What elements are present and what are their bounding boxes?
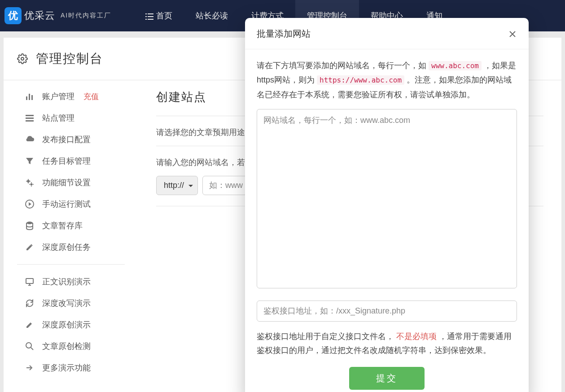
svg-point-13: [27, 180, 30, 183]
sidebar-item-publish[interactable]: 发布接口配置: [4, 129, 138, 150]
submit-row: 提交: [257, 367, 517, 390]
list-icon: [25, 113, 34, 122]
sidebar-item-bodydemo[interactable]: 正文识别演示: [4, 271, 138, 292]
nav-mustread[interactable]: 站长必读: [184, 0, 240, 31]
search-icon: [25, 342, 34, 351]
svg-point-6: [21, 57, 24, 60]
hint-text: 鉴权接口地址用于自定义接口文件名，: [257, 332, 394, 341]
svg-rect-8: [29, 94, 30, 100]
svg-rect-5: [148, 19, 153, 20]
svg-rect-7: [26, 96, 27, 100]
auth-hint: 鉴权接口地址用于自定义接口文件名， 不是必填项 ，通常用于需要通用鉴权接口的用户…: [257, 330, 517, 358]
instruction-text: 请在下方填写要添加的网站域名，每行一个，如: [257, 61, 429, 70]
sidebar-separator: [17, 264, 125, 265]
example-https: https://www.abc.com: [317, 75, 404, 85]
sidebar-item-label: 任务目标管理: [42, 156, 91, 166]
brand[interactable]: 优 优采云 AI时代内容工厂: [4, 7, 111, 24]
svg-rect-9: [31, 95, 33, 100]
brand-name: 优采云: [24, 9, 55, 22]
database-icon: [25, 221, 34, 230]
cogs-icon: [25, 178, 34, 187]
sidebar-item-settings[interactable]: 功能细节设置: [4, 172, 138, 193]
svg-rect-3: [148, 16, 153, 17]
sidebar-item-label: 文章原创检测: [42, 341, 91, 352]
sidebar-item-targets[interactable]: 任务目标管理: [4, 150, 138, 172]
auth-url-input[interactable]: [257, 301, 517, 322]
sidebar-item-label: 深度原创演示: [42, 319, 91, 330]
batch-add-modal: 批量添加网站 请在下方填写要添加的网站域名，每行一个，如 www.abc.com…: [245, 18, 529, 392]
sidebar-item-label: 功能细节设置: [42, 177, 91, 188]
close-icon[interactable]: [508, 30, 517, 39]
recharge-badge[interactable]: 充值: [83, 91, 99, 102]
sidebar-item-account[interactable]: 账户管理 充值: [4, 86, 138, 107]
sidebar-item-sites[interactable]: 站点管理: [4, 107, 138, 129]
svg-rect-2: [145, 16, 147, 17]
sidebar-item-moredemo[interactable]: 更多演示功能: [4, 357, 138, 379]
svg-point-18: [26, 343, 31, 348]
sidebar-item-originaldemo[interactable]: 深度原创演示: [4, 314, 138, 335]
svg-rect-4: [145, 19, 147, 20]
edit-icon: [25, 243, 34, 252]
svg-rect-10: [26, 115, 34, 116]
edit-icon: [25, 320, 34, 329]
modal-title: 批量添加网站: [257, 28, 311, 40]
panel-title: 管理控制台: [36, 50, 103, 67]
desktop-icon: [25, 277, 34, 286]
protocol-select[interactable]: http://: [156, 176, 198, 195]
hint-not-required: 不是必填项: [396, 332, 437, 341]
bar-chart-icon: [25, 92, 34, 101]
sidebar: 账户管理 充值 站点管理 发布接口配置 任务目标管理 功能细节设置 手动运: [4, 80, 138, 392]
sidebar-item-label: 文章暂存库: [42, 220, 83, 231]
nav-label: 站长必读: [196, 10, 228, 21]
sidebar-item-detect[interactable]: 文章原创检测: [4, 335, 138, 357]
cloud-icon: [25, 135, 34, 144]
share-icon: [25, 363, 34, 372]
nav-label: 首页: [156, 10, 172, 21]
modal-instruction: 请在下方填写要添加的网站域名，每行一个，如 www.abc.com ，如果是ht…: [257, 58, 517, 102]
sidebar-item-label: 深度改写演示: [42, 298, 91, 309]
sidebar-item-label: 正文识别演示: [42, 276, 91, 287]
sidebar-item-label: 发布接口配置: [42, 134, 91, 145]
brand-logo-icon: 优: [4, 7, 22, 24]
svg-point-16: [26, 222, 33, 224]
submit-button[interactable]: 提交: [349, 367, 425, 390]
sidebar-item-label: 更多演示功能: [42, 362, 91, 373]
modal-body: 请在下方填写要添加的网站域名，每行一个，如 www.abc.com ，如果是ht…: [245, 49, 529, 390]
sidebar-item-label: 深度原创任务: [42, 242, 91, 253]
svg-rect-0: [145, 13, 147, 14]
sidebar-item-manual[interactable]: 手动运行测试: [4, 193, 138, 215]
nav-home[interactable]: 首页: [134, 0, 184, 31]
sidebar-item-original[interactable]: 深度原创任务: [4, 236, 138, 258]
sidebar-item-store[interactable]: 文章暂存库: [4, 215, 138, 236]
sidebar-item-label: 账户管理: [42, 91, 74, 102]
example-http: www.abc.com: [429, 61, 482, 70]
play-icon: [25, 200, 34, 209]
gear-icon: [17, 53, 28, 64]
sidebar-item-label: 站点管理: [42, 113, 74, 123]
brand-tagline: AI时代内容工厂: [61, 12, 111, 20]
sidebar-item-label: 手动运行测试: [42, 199, 91, 209]
svg-rect-17: [26, 279, 33, 283]
svg-rect-11: [26, 118, 34, 119]
filter-icon: [25, 157, 34, 166]
modal-header: 批量添加网站: [245, 18, 529, 49]
list-icon: [145, 13, 153, 19]
svg-rect-12: [26, 120, 34, 122]
svg-rect-1: [148, 13, 153, 14]
domains-textarea[interactable]: [257, 109, 517, 288]
sidebar-item-rewritedemo[interactable]: 深度改写演示: [4, 292, 138, 314]
refresh-icon: [25, 299, 34, 308]
svg-point-14: [31, 183, 33, 186]
